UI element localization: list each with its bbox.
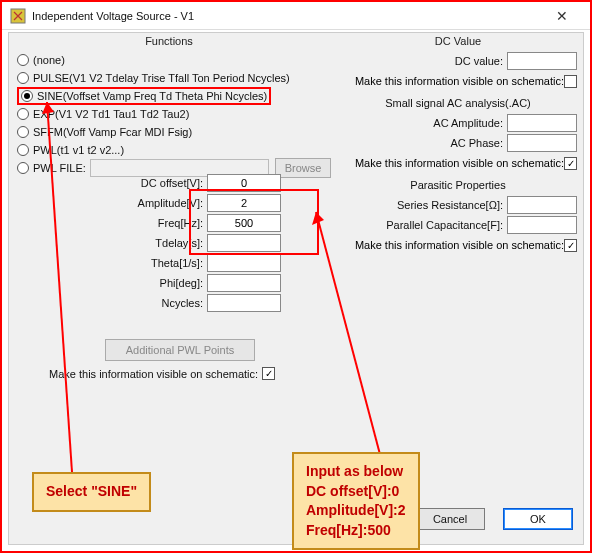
- ncycles-input[interactable]: [207, 294, 281, 312]
- ac-schem-label: Make this information visible on schemat…: [355, 157, 564, 169]
- radio-none-label: (none): [33, 54, 65, 66]
- phi-input[interactable]: [207, 274, 281, 292]
- functions-heading: Functions: [9, 35, 329, 47]
- radio-pwl-label: PWL(t1 v1 t2 v2...): [33, 144, 124, 156]
- para-schem-label: Make this information visible on schemat…: [355, 239, 564, 251]
- radio-sine-label: SINE(Voffset Vamp Freq Td Theta Phi Ncyc…: [37, 90, 267, 102]
- radio-pulse-label: PULSE(V1 V2 Tdelay Trise Tfall Ton Perio…: [33, 72, 290, 84]
- ac-amp-input[interactable]: [507, 114, 577, 132]
- radio-sffm-label: SFFM(Voff Vamp Fcar MDI Fsig): [33, 126, 192, 138]
- tdelay-label: Tdelay[s]:: [77, 237, 207, 249]
- para-heading: Parasitic Properties: [339, 179, 577, 191]
- title-bar: Independent Voltage Source - V1 ✕: [2, 2, 590, 30]
- theta-input[interactable]: [207, 254, 281, 272]
- ac-schem-checkbox[interactable]: [564, 157, 577, 170]
- dcvalue-input[interactable]: [507, 52, 577, 70]
- para-c-label: Parallel Capacitance[F]:: [386, 219, 507, 231]
- theta-label: Theta[1/s]:: [77, 257, 207, 269]
- dcoffset-label: DC offset[V]:: [77, 177, 207, 189]
- additional-pwl-button[interactable]: Additional PWL Points: [105, 339, 255, 361]
- para-c-input[interactable]: [507, 216, 577, 234]
- app-icon: [10, 8, 26, 24]
- callout-select-sine: Select "SINE": [32, 472, 151, 512]
- dcvalue-label: DC value:: [455, 55, 507, 67]
- para-schem-checkbox[interactable]: [564, 239, 577, 252]
- callout-input-values: Input as below DC offset[V]:0 Amplitude[…: [292, 452, 420, 550]
- functions-schem-checkbox[interactable]: [262, 367, 275, 380]
- radio-exp[interactable]: EXP(V1 V2 Td1 Tau1 Td2 Tau2): [15, 105, 331, 123]
- functions-schem-label: Make this information visible on schemat…: [49, 368, 258, 380]
- amplitude-label: Amplitude[V]:: [77, 197, 207, 209]
- ok-button[interactable]: OK: [503, 508, 573, 530]
- phi-label: Phi[deg]:: [77, 277, 207, 289]
- radio-sffm[interactable]: SFFM(Voff Vamp Fcar MDI Fsig): [15, 123, 331, 141]
- freq-label: Freq[Hz]:: [77, 217, 207, 229]
- dc-schem-checkbox[interactable]: [564, 75, 577, 88]
- dcvalue-heading: DC Value: [339, 35, 577, 47]
- close-button[interactable]: ✕: [542, 8, 582, 24]
- dc-schem-label: Make this information visible on schemat…: [355, 75, 564, 87]
- annotation-params-box: [189, 189, 319, 255]
- ac-heading: Small signal AC analysis(.AC): [339, 97, 577, 109]
- radio-pwl[interactable]: PWL(t1 v1 t2 v2...): [15, 141, 331, 159]
- ac-phase-label: AC Phase:: [450, 137, 507, 149]
- cancel-button[interactable]: Cancel: [415, 508, 485, 530]
- para-r-label: Series Resistance[Ω]:: [397, 199, 507, 211]
- ac-amp-label: AC Amplitude:: [433, 117, 507, 129]
- window-title: Independent Voltage Source - V1: [32, 10, 542, 22]
- radio-pulse[interactable]: PULSE(V1 V2 Tdelay Trise Tfall Ton Perio…: [15, 69, 331, 87]
- ncycles-label: Ncycles:: [77, 297, 207, 309]
- ac-phase-input[interactable]: [507, 134, 577, 152]
- radio-none[interactable]: (none): [15, 51, 331, 69]
- para-r-input[interactable]: [507, 196, 577, 214]
- radio-exp-label: EXP(V1 V2 Td1 Tau1 Td2 Tau2): [33, 108, 189, 120]
- radio-sine[interactable]: SINE(Voffset Vamp Freq Td Theta Phi Ncyc…: [15, 87, 331, 105]
